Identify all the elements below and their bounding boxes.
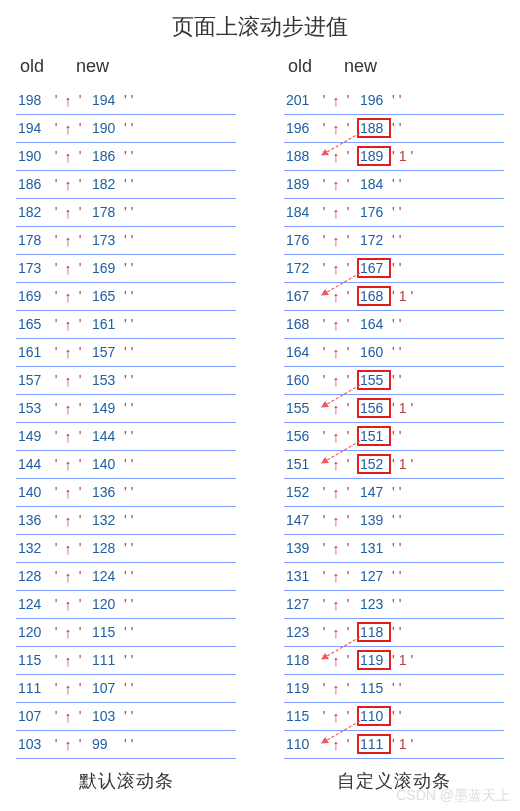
quote: ' bbox=[342, 708, 354, 724]
quote: ' bbox=[74, 512, 86, 528]
quote: ' bbox=[50, 260, 62, 276]
trail-quote: ' bbox=[392, 372, 395, 388]
old-value: 167 bbox=[286, 288, 318, 304]
new-value: 190 bbox=[92, 120, 120, 136]
quote: ' bbox=[342, 736, 354, 752]
table-row: 119'↑'115'' bbox=[284, 675, 504, 703]
quote: ' bbox=[50, 120, 62, 136]
trail-quote: ' bbox=[392, 288, 395, 304]
new-value-wrap: 107 bbox=[92, 680, 120, 696]
up-arrow-icon: ↑ bbox=[62, 204, 74, 221]
trail-value: 1 bbox=[399, 736, 407, 752]
table-row: 189'↑'184'' bbox=[284, 171, 504, 199]
trail-quote: ' bbox=[124, 708, 127, 724]
new-value: 172 bbox=[360, 232, 388, 248]
trail-quote: ' bbox=[392, 736, 395, 752]
trail-quote: ' bbox=[131, 176, 134, 192]
old-value: 156 bbox=[286, 428, 318, 444]
old-value: 176 bbox=[286, 232, 318, 248]
new-value-wrap: 167 bbox=[360, 260, 388, 276]
up-arrow-icon: ↑ bbox=[330, 344, 342, 361]
quote: ' bbox=[342, 428, 354, 444]
trail-quote: ' bbox=[124, 372, 127, 388]
trail-quote: ' bbox=[124, 232, 127, 248]
table-row: 107'↑'103'' bbox=[16, 703, 236, 731]
table-row: 120'↑'115'' bbox=[16, 619, 236, 647]
trail-quote: ' bbox=[392, 316, 395, 332]
new-value-wrap: 111 bbox=[360, 736, 388, 752]
table-row: 157'↑'153'' bbox=[16, 367, 236, 395]
table-row: 132'↑'128'' bbox=[16, 535, 236, 563]
new-value: 120 bbox=[92, 596, 120, 612]
table-row: 131'↑'127'' bbox=[284, 563, 504, 591]
quote: ' bbox=[50, 680, 62, 696]
trail-value: 1 bbox=[399, 652, 407, 668]
new-value-wrap: 156 bbox=[360, 400, 388, 416]
trail-quote: ' bbox=[131, 148, 134, 164]
old-value: 123 bbox=[286, 624, 318, 640]
quote: ' bbox=[50, 568, 62, 584]
new-value: 156 bbox=[360, 400, 388, 416]
new-value: 147 bbox=[360, 484, 388, 500]
new-value: 103 bbox=[92, 708, 120, 724]
table-row: 165'↑'161'' bbox=[16, 311, 236, 339]
trail-quote: ' bbox=[124, 652, 127, 668]
old-value: 196 bbox=[286, 120, 318, 136]
trail-quote: ' bbox=[131, 624, 134, 640]
old-value: 140 bbox=[18, 484, 50, 500]
trail-quote: ' bbox=[124, 568, 127, 584]
quote: ' bbox=[318, 232, 330, 248]
new-value: 123 bbox=[360, 596, 388, 612]
quote: ' bbox=[74, 596, 86, 612]
new-value: 188 bbox=[360, 120, 388, 136]
quote: ' bbox=[74, 176, 86, 192]
table-row: 186'↑'182'' bbox=[16, 171, 236, 199]
trail-quote: ' bbox=[410, 148, 413, 164]
table-row: 128'↑'124'' bbox=[16, 563, 236, 591]
old-value: 110 bbox=[286, 736, 318, 752]
header-old: old bbox=[288, 56, 344, 77]
trail-quote: ' bbox=[124, 484, 127, 500]
trail-quote: ' bbox=[399, 428, 402, 444]
trail-quote: ' bbox=[392, 176, 395, 192]
left-column: old new 198'↑'194''194'↑'190''190'↑'186'… bbox=[16, 56, 236, 793]
quote: ' bbox=[50, 596, 62, 612]
new-value: 124 bbox=[92, 568, 120, 584]
old-value: 151 bbox=[286, 456, 318, 472]
up-arrow-icon: ↑ bbox=[62, 596, 74, 613]
quote: ' bbox=[318, 428, 330, 444]
table-row: 151'↑'152'1' bbox=[284, 451, 504, 479]
new-value-wrap: 190 bbox=[92, 120, 120, 136]
up-arrow-icon: ↑ bbox=[62, 512, 74, 529]
new-value-wrap: 188 bbox=[360, 120, 388, 136]
trail-quote: ' bbox=[131, 92, 134, 108]
quote: ' bbox=[342, 596, 354, 612]
table-row: 169'↑'165'' bbox=[16, 283, 236, 311]
quote: ' bbox=[342, 484, 354, 500]
new-value: 107 bbox=[92, 680, 120, 696]
old-value: 194 bbox=[18, 120, 50, 136]
quote: ' bbox=[74, 624, 86, 640]
trail-quote: ' bbox=[392, 512, 395, 528]
trail-quote: ' bbox=[131, 288, 134, 304]
new-value-wrap: 152 bbox=[360, 456, 388, 472]
quote: ' bbox=[318, 120, 330, 136]
table-row: 136'↑'132'' bbox=[16, 507, 236, 535]
trail-quote: ' bbox=[399, 484, 402, 500]
new-value: 115 bbox=[360, 680, 388, 696]
old-value: 182 bbox=[18, 204, 50, 220]
trail-quote: ' bbox=[131, 120, 134, 136]
quote: ' bbox=[74, 372, 86, 388]
trail-quote: ' bbox=[124, 120, 127, 136]
new-value-wrap: 147 bbox=[360, 484, 388, 500]
new-value: 144 bbox=[92, 428, 120, 444]
new-value-wrap: 111 bbox=[92, 652, 120, 668]
table-row: 115'↑'111'' bbox=[16, 647, 236, 675]
old-value: 128 bbox=[18, 568, 50, 584]
quote: ' bbox=[318, 316, 330, 332]
quote: ' bbox=[50, 484, 62, 500]
up-arrow-icon: ↑ bbox=[62, 484, 74, 501]
new-value-wrap: 176 bbox=[360, 204, 388, 220]
quote: ' bbox=[342, 232, 354, 248]
quote: ' bbox=[74, 316, 86, 332]
